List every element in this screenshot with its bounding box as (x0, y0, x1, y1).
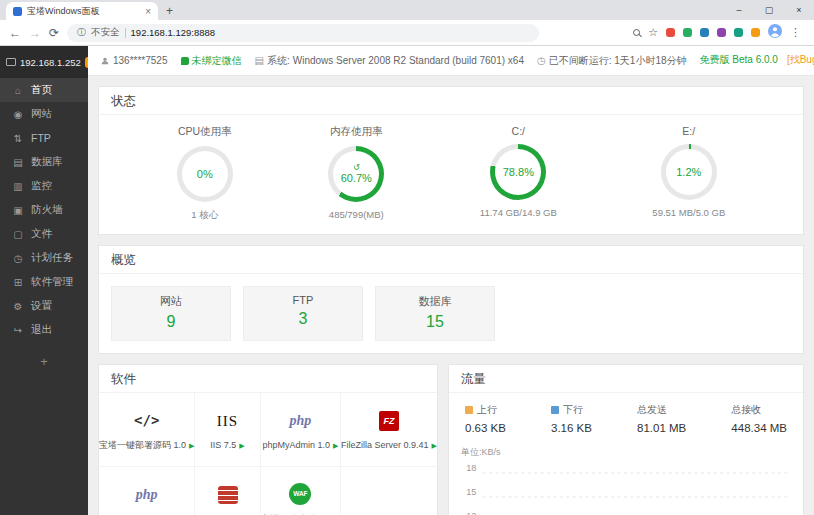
sidebar-item-logout[interactable]: ↪ 退出 (0, 318, 88, 342)
sidebar-item-database[interactable]: ▤ 数据库 (0, 150, 88, 174)
php-icon: php (136, 483, 158, 507)
iis-icon: IIS (217, 409, 238, 433)
website-icon: ◉ (12, 109, 24, 120)
server-ip: 192.168.1.252 (20, 57, 81, 68)
redis-icon (218, 486, 238, 504)
url-divider (125, 28, 126, 38)
sidebar-item-label: 监控 (31, 179, 52, 193)
window-controls: – ▢ × (724, 0, 814, 20)
sidebar-nav: ⌂ 首页 ◉ 网站 ⇅ FTP ▤ 数据库 ▥ 监控 (0, 78, 88, 342)
url-bar[interactable]: ⓘ 不安全 192.168.1.129:8888 (67, 24, 539, 42)
maximize-button[interactable]: ▢ (754, 0, 784, 20)
system-icon: ▤ (255, 55, 264, 66)
bookmark-star-icon[interactable]: ☆ (648, 27, 658, 38)
sidebar-item-label: 计划任务 (31, 251, 73, 265)
filezilla-icon: FZ (379, 411, 399, 431)
sidebar-item-ftp[interactable]: ⇅ FTP (0, 126, 88, 150)
wechat-bind-link[interactable]: 未绑定微信 (181, 54, 242, 68)
browser-chrome: 宝塔Windows面板 × + – ▢ × ← → ⟳ ⓘ 不安全 192.16… (0, 0, 814, 46)
extension-icon[interactable] (734, 28, 743, 37)
wechat-icon (181, 57, 189, 65)
sidebar-item-monitor[interactable]: ▥ 监控 (0, 174, 88, 198)
y-tick: 18 (466, 463, 476, 473)
memory-gauge-ring: ↺ 60.7% (328, 146, 384, 202)
topbar: 136****7525 未绑定微信 ▤ 系统: Windows Server 2… (88, 46, 814, 76)
new-tab-button[interactable]: + (166, 2, 173, 20)
traffic-panel-title: 流量 (449, 365, 803, 393)
software-panel: 软件 </> 宝塔一键部署源码 1.0 IIS IIS 7.5 (98, 364, 438, 515)
extension-icon[interactable] (717, 28, 726, 37)
browser-menu-icon[interactable]: ⋮ (790, 27, 801, 38)
sidebar-item-label: 软件管理 (31, 275, 73, 289)
extension-icon[interactable] (700, 28, 709, 37)
system-info: ▤ 系统: Windows Server 2008 R2 Standard (b… (255, 54, 524, 68)
traffic-legend: 上行 0.63 KB 下行 3.16 KB 总发送 81.01 MB (449, 393, 803, 438)
software-item-waf[interactable]: WAF 宝塔IIS防火墙 1.0 (261, 467, 341, 515)
extension-icon[interactable] (751, 28, 760, 37)
upload-color-swatch (465, 406, 473, 414)
refresh-icon[interactable]: ⟳ (49, 27, 59, 39)
software-item-iis[interactable]: IIS IIS 7.5 (195, 393, 260, 467)
sidebar-item-cron[interactable]: ◷ 计划任务 (0, 246, 88, 270)
waf-icon: WAF (289, 483, 311, 505)
clock-icon: ◷ (537, 55, 546, 66)
sidebar-item-firewall[interactable]: ▣ 防火墙 (0, 198, 88, 222)
software-item-phpmyadmin[interactable]: php phpMyAdmin 1.0 (261, 393, 341, 467)
forward-icon[interactable]: → (29, 27, 41, 39)
extension-icon[interactable] (666, 28, 675, 37)
cpu-gauge-ring: 0% (177, 146, 233, 202)
software-item-deploy[interactable]: </> 宝塔一键部署源码 1.0 (99, 393, 195, 467)
minimize-button[interactable]: – (724, 0, 754, 20)
search-icon[interactable] (633, 29, 640, 36)
legend-download: 下行 3.16 KB (551, 403, 592, 434)
disk-c-gauge-ring: 78.8% (490, 144, 546, 200)
sidebar-item-label: FTP (31, 132, 51, 144)
account-link[interactable]: 136****7525 (100, 55, 168, 66)
y-tick: 12 (466, 511, 476, 515)
software-panel-title: 软件 (99, 365, 437, 393)
sidebar-item-home[interactable]: ⌂ 首页 (0, 78, 88, 102)
overview-ftp[interactable]: FTP 3 (243, 286, 363, 341)
legend-upload: 上行 0.63 KB (465, 403, 506, 434)
close-button[interactable]: × (784, 0, 814, 20)
sidebar-item-software[interactable]: ⊞ 软件管理 (0, 270, 88, 294)
sidebar-item-website[interactable]: ◉ 网站 (0, 102, 88, 126)
sidebar-item-label: 退出 (31, 323, 52, 337)
user-icon (100, 56, 110, 66)
uptime-label: ◷ 已不间断运行: 1天1小时18分钟 (537, 54, 687, 68)
status-panel-title: 状态 (99, 87, 803, 115)
tab-favicon-icon (13, 7, 22, 16)
sidebar-item-label: 网站 (31, 107, 52, 121)
free-memory-icon[interactable]: ↺ (353, 164, 360, 172)
home-icon: ⌂ (12, 85, 24, 96)
overview-database[interactable]: 数据库 15 (375, 286, 495, 341)
overview-panel: 概览 网站 9 FTP 3 数据库 15 (98, 245, 804, 354)
legend-total-sent: 总发送 81.01 MB (637, 403, 686, 434)
sidebar-item-label: 首页 (31, 83, 52, 97)
server-info[interactable]: 192.168.1.252 0 (0, 46, 88, 78)
sidebar: 192.168.1.252 0 ⌂ 首页 ◉ 网站 ⇅ FTP ▤ 数 (0, 46, 88, 515)
sidebar-add-button[interactable]: + (0, 354, 88, 369)
logout-icon: ↪ (12, 325, 24, 336)
profile-icon[interactable] (768, 24, 782, 42)
browser-tab[interactable]: 宝塔Windows面板 × (6, 2, 158, 20)
sidebar-item-files[interactable]: ▢ 文件 (0, 222, 88, 246)
sidebar-item-label: 防火墙 (31, 203, 63, 217)
overview-website[interactable]: 网站 9 (111, 286, 231, 341)
tab-close-icon[interactable]: × (145, 6, 151, 17)
software-item-redis[interactable]: redis 1.0 (195, 467, 260, 515)
sidebar-item-label: 文件 (31, 227, 52, 241)
bug-reward-link[interactable]: [找Bug奖宝塔币] (787, 53, 814, 67)
url-text: 192.168.1.129:8888 (131, 27, 216, 38)
sidebar-item-label: 数据库 (31, 155, 63, 169)
files-icon: ▢ (12, 229, 24, 240)
firewall-icon: ▣ (12, 205, 24, 216)
software-item-php[interactable]: php PHP-5.2 (99, 467, 195, 515)
sidebar-item-settings[interactable]: ⚙ 设置 (0, 294, 88, 318)
sidebar-item-label: 设置 (31, 299, 52, 313)
info-icon[interactable]: ⓘ (77, 26, 86, 39)
back-icon[interactable]: ← (9, 27, 21, 39)
toolbar-icons: ☆ ⋮ (633, 24, 805, 42)
extension-icon[interactable] (683, 28, 692, 37)
software-item-filezilla[interactable]: FZ FileZilla Server 0.9.41 (341, 393, 437, 467)
